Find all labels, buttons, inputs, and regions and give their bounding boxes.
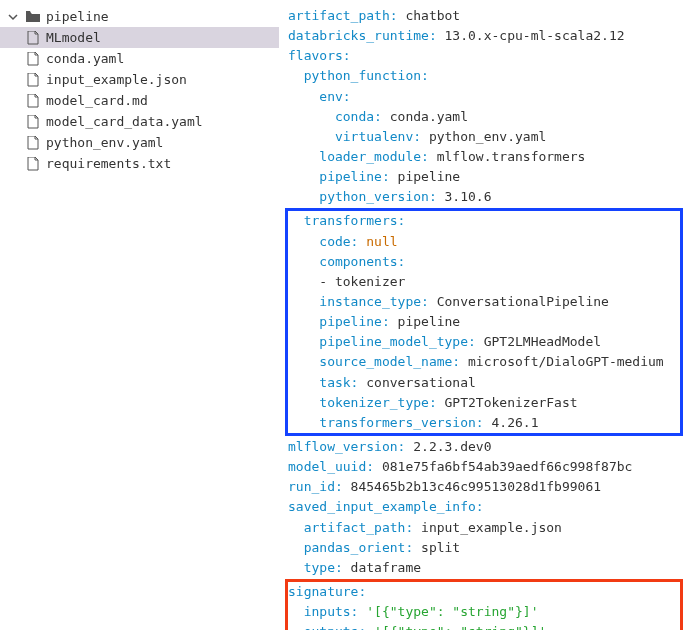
tree-file-label: requirements.txt bbox=[46, 156, 171, 171]
yaml-line: run_id: 845465b2b13c46c99513028d1fb99061 bbox=[288, 477, 680, 497]
tree-file-label: model_card_data.yaml bbox=[46, 114, 203, 129]
yaml-line: pipeline: pipeline bbox=[288, 312, 680, 332]
yaml-line: model_uuid: 081e75fa6bf54ab39aedf66c998f… bbox=[288, 457, 680, 477]
yaml-line: - tokenizer bbox=[288, 272, 680, 292]
folder-icon bbox=[26, 10, 40, 24]
file-tree-sidebar: pipeline MLmodel conda.yaml input_exampl… bbox=[0, 0, 280, 630]
tree-file-label: input_example.json bbox=[46, 72, 187, 87]
yaml-line: virtualenv: python_env.yaml bbox=[288, 127, 680, 147]
yaml-line: type: dataframe bbox=[288, 558, 680, 578]
yaml-line: tokenizer_type: GPT2TokenizerFast bbox=[288, 393, 680, 413]
yaml-line: loader_module: mlflow.transformers bbox=[288, 147, 680, 167]
file-icon bbox=[26, 73, 40, 87]
tree-file-conda[interactable]: conda.yaml bbox=[0, 48, 279, 69]
file-icon bbox=[26, 157, 40, 171]
tree-file-model-card-md[interactable]: model_card.md bbox=[0, 90, 279, 111]
yaml-line: source_model_name: microsoft/DialoGPT-me… bbox=[288, 352, 680, 372]
file-icon bbox=[26, 115, 40, 129]
tree-file-mlmodel[interactable]: MLmodel bbox=[0, 27, 279, 48]
highlight-transformers-section: transformers: code: null components: - t… bbox=[285, 208, 683, 436]
tree-file-model-card-data[interactable]: model_card_data.yaml bbox=[0, 111, 279, 132]
highlight-signature-section: signature: inputs: '[{"type": "string"}]… bbox=[285, 579, 683, 630]
yaml-line: flavors: bbox=[288, 46, 680, 66]
tree-file-input-example[interactable]: input_example.json bbox=[0, 69, 279, 90]
tree-file-label: MLmodel bbox=[46, 30, 101, 45]
yaml-viewer: artifact_path: chatbot databricks_runtim… bbox=[280, 0, 688, 630]
tree-file-requirements[interactable]: requirements.txt bbox=[0, 153, 279, 174]
yaml-line: pipeline: pipeline bbox=[288, 167, 680, 187]
yaml-line: artifact_path: chatbot bbox=[288, 6, 680, 26]
yaml-line: instance_type: ConversationalPipeline bbox=[288, 292, 680, 312]
yaml-line: mlflow_version: 2.2.3.dev0 bbox=[288, 437, 680, 457]
file-icon bbox=[26, 31, 40, 45]
tree-folder-root[interactable]: pipeline bbox=[0, 6, 279, 27]
yaml-line: transformers_version: 4.26.1 bbox=[288, 413, 680, 433]
file-icon bbox=[26, 136, 40, 150]
yaml-line: artifact_path: input_example.json bbox=[288, 518, 680, 538]
tree-file-label: model_card.md bbox=[46, 93, 148, 108]
yaml-line: databricks_runtime: 13.0.x-cpu-ml-scala2… bbox=[288, 26, 680, 46]
yaml-line: env: bbox=[288, 87, 680, 107]
yaml-line: pipeline_model_type: GPT2LMHeadModel bbox=[288, 332, 680, 352]
tree-file-python-env[interactable]: python_env.yaml bbox=[0, 132, 279, 153]
yaml-line: components: bbox=[288, 252, 680, 272]
yaml-line: code: null bbox=[288, 232, 680, 252]
tree-file-label: conda.yaml bbox=[46, 51, 124, 66]
yaml-line: outputs: '[{"type": "string"}]' bbox=[288, 622, 680, 630]
yaml-line: signature: bbox=[288, 582, 680, 602]
yaml-line: transformers: bbox=[288, 211, 680, 231]
yaml-line: saved_input_example_info: bbox=[288, 497, 680, 517]
yaml-line: conda: conda.yaml bbox=[288, 107, 680, 127]
tree-folder-label: pipeline bbox=[46, 9, 109, 24]
file-icon bbox=[26, 52, 40, 66]
yaml-line: python_function: bbox=[288, 66, 680, 86]
tree-file-label: python_env.yaml bbox=[46, 135, 163, 150]
file-icon bbox=[26, 94, 40, 108]
chevron-down-icon bbox=[6, 10, 20, 24]
yaml-line: pandas_orient: split bbox=[288, 538, 680, 558]
yaml-line: inputs: '[{"type": "string"}]' bbox=[288, 602, 680, 622]
yaml-line: python_version: 3.10.6 bbox=[288, 187, 680, 207]
yaml-line: task: conversational bbox=[288, 373, 680, 393]
